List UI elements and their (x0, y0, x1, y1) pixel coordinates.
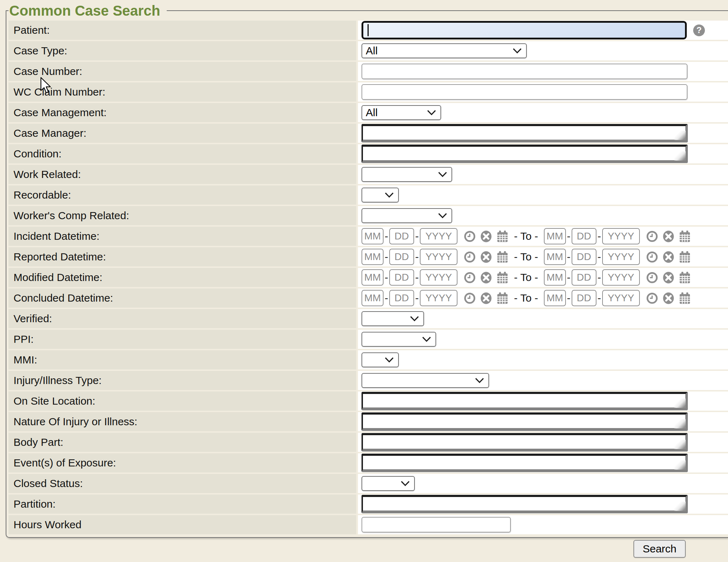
reported-to-month-input[interactable] (544, 249, 566, 265)
modified-to-time-icon[interactable] (646, 271, 658, 284)
reported-to-clear-icon[interactable] (663, 250, 674, 264)
reported-from-month-input[interactable] (362, 249, 384, 265)
modified-from-day-input[interactable] (389, 269, 414, 286)
date-separator: - (567, 271, 571, 283)
concluded-from-time-icon[interactable] (464, 292, 476, 305)
concluded-to-time-icon[interactable] (646, 292, 658, 305)
reported-to-calendar-icon[interactable] (679, 250, 691, 264)
events-of-exposure-label: Event(s) of Exposure: (9, 453, 356, 472)
incident-from-clear-icon[interactable] (480, 230, 492, 243)
incident-to-time-icon[interactable] (646, 230, 658, 243)
concluded-from-clear-icon[interactable] (480, 292, 492, 305)
chevron-down-icon (422, 336, 431, 342)
body-part-input[interactable] (362, 433, 688, 452)
injury-illness-type-label: Injury/Illness Type: (9, 371, 356, 390)
case-manager-row: Case Manager: (9, 124, 728, 143)
case-type-selected-value: All (366, 45, 378, 57)
date-separator: - (598, 292, 601, 304)
concluded-to-year-input[interactable] (602, 290, 640, 306)
workers-comp-related-row: Worker's Comp Related: (9, 206, 728, 225)
date-separator: - (385, 292, 388, 304)
concluded-from-month-input[interactable] (362, 290, 384, 306)
modified-to-day-input[interactable] (572, 269, 596, 286)
concluded-from-calendar-icon[interactable] (497, 292, 508, 305)
nature-of-injury-input[interactable] (362, 412, 688, 431)
reported-from-clear-icon[interactable] (480, 250, 492, 264)
concluded-to-day-input[interactable] (572, 290, 596, 306)
search-button[interactable]: Search (633, 540, 686, 558)
condition-input[interactable] (362, 145, 688, 163)
concluded-from-day-input[interactable] (389, 290, 414, 306)
ppi-select[interactable] (362, 332, 436, 347)
reported-to-time-icon[interactable] (646, 250, 658, 264)
wc-claim-number-label: WC Claim Number: (9, 82, 356, 102)
chevron-down-icon (438, 213, 447, 218)
on-site-location-input[interactable] (362, 392, 688, 410)
date-separator: - (567, 251, 571, 263)
case-type-label: Case Type: (9, 41, 356, 60)
concluded-to-calendar-icon[interactable] (679, 292, 691, 305)
concluded-to-clear-icon[interactable] (663, 292, 674, 305)
modified-to-calendar-icon[interactable] (679, 271, 691, 284)
reported-to-year-input[interactable] (602, 249, 640, 265)
case-management-select[interactable]: All (362, 105, 441, 120)
work-related-select[interactable] (362, 167, 452, 182)
wc-claim-number-input[interactable] (362, 84, 687, 100)
chevron-down-icon (385, 357, 394, 363)
modified-to-month-input[interactable] (544, 269, 566, 286)
incident-to-clear-icon[interactable] (663, 230, 674, 243)
text-caret (368, 24, 369, 36)
events-of-exposure-input[interactable] (362, 454, 688, 472)
mmi-select[interactable] (362, 352, 399, 367)
incident-to-day-input[interactable] (572, 228, 596, 244)
case-management-label: Case Management: (9, 103, 356, 122)
reported-datetime-row: Reported Datetime: - - - To - - - (9, 247, 728, 266)
reported-from-time-icon[interactable] (464, 250, 476, 264)
date-separator: - (598, 230, 601, 242)
help-icon[interactable]: ? (693, 25, 705, 36)
recordable-select[interactable] (362, 188, 399, 202)
date-separator: - (598, 251, 601, 263)
workers-comp-related-select[interactable] (362, 208, 452, 223)
case-manager-input[interactable] (362, 124, 688, 142)
patient-input[interactable] (362, 21, 687, 39)
concluded-from-year-input[interactable] (420, 290, 457, 306)
reported-from-year-input[interactable] (420, 249, 457, 265)
concluded-to-month-input[interactable] (544, 290, 566, 306)
modified-to-year-input[interactable] (602, 269, 640, 286)
modified-from-year-input[interactable] (420, 269, 457, 286)
incident-to-year-input[interactable] (602, 228, 640, 244)
date-range-to-label: - To - (514, 230, 538, 242)
partition-input[interactable] (362, 495, 688, 513)
incident-from-time-icon[interactable] (464, 230, 476, 243)
incident-from-calendar-icon[interactable] (497, 230, 508, 243)
incident-from-month-input[interactable] (362, 228, 384, 244)
concluded-datetime-label: Concluded Datetime: (9, 288, 356, 308)
injury-illness-type-select[interactable] (362, 373, 489, 388)
modified-to-clear-icon[interactable] (663, 271, 674, 284)
incident-to-calendar-icon[interactable] (679, 230, 691, 243)
hours-worked-input[interactable] (362, 517, 511, 533)
case-manager-label: Case Manager: (9, 124, 356, 143)
partition-label: Partition: (9, 495, 356, 514)
incident-to-month-input[interactable] (544, 228, 566, 244)
work-related-row: Work Related: (9, 165, 728, 184)
case-type-select[interactable]: All (362, 43, 527, 58)
date-separator: - (415, 292, 419, 304)
chevron-down-icon (385, 192, 394, 198)
modified-from-month-input[interactable] (362, 269, 384, 286)
patient-label: Patient: (9, 21, 356, 40)
case-number-input[interactable] (362, 64, 687, 79)
closed-status-select[interactable] (362, 476, 415, 491)
wc-claim-number-row: WC Claim Number: (9, 82, 728, 102)
hours-worked-label: Hours Worked (9, 515, 356, 534)
modified-from-time-icon[interactable] (464, 271, 476, 284)
incident-from-year-input[interactable] (420, 228, 457, 244)
modified-from-calendar-icon[interactable] (497, 271, 508, 284)
reported-from-day-input[interactable] (389, 249, 414, 265)
incident-from-day-input[interactable] (389, 228, 414, 244)
modified-from-clear-icon[interactable] (480, 271, 492, 284)
reported-to-day-input[interactable] (572, 249, 596, 265)
reported-from-calendar-icon[interactable] (497, 250, 508, 264)
verified-select[interactable] (362, 311, 424, 326)
